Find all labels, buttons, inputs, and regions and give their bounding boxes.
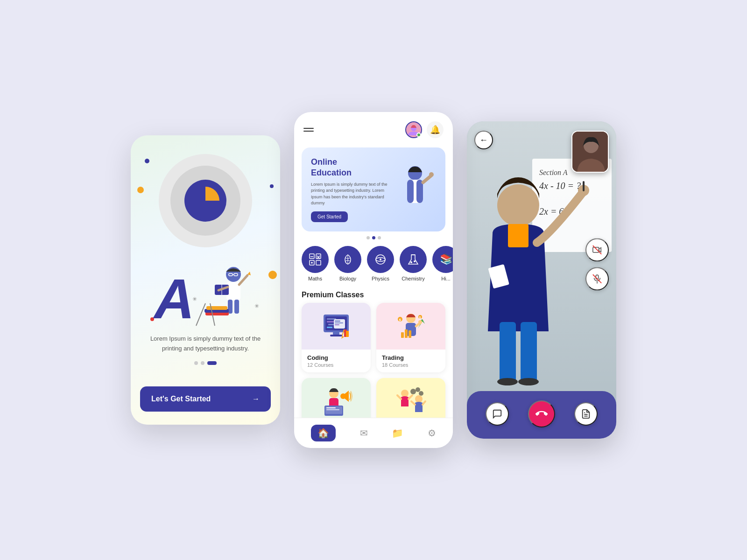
deco-dot [145,159,149,163]
more-label: Hi... [441,276,451,281]
coding-card-image [302,303,371,350]
svg-text:$: $ [419,316,421,320]
svg-rect-53 [333,332,339,335]
svg-rect-67 [401,332,404,338]
svg-rect-30 [316,260,321,265]
trading-subtitle: 18 Courses [382,362,440,368]
outer-circle [159,154,252,247]
mid-circle [170,166,240,236]
svg-rect-74 [326,407,336,408]
svg-rect-23 [407,180,414,203]
app-header: 🔔 [294,112,453,143]
deco-dot [270,184,274,188]
svg-point-81 [410,389,416,394]
chemistry-icon [407,253,420,266]
course-card-trading[interactable]: $ $ [376,303,445,372]
mic-toggle-button[interactable] [585,267,609,290]
online-indicator [416,133,421,137]
cooking-card-image [376,378,445,418]
svg-text:✳: ✳ [254,303,259,309]
trading-title: Trading [382,354,440,361]
svg-line-15 [196,303,205,326]
physics-label: Physics [372,276,389,281]
get-started-button[interactable]: Let's Get Started → [140,386,271,412]
svg-rect-75 [326,409,339,410]
side-controls [585,238,609,290]
svg-rect-56 [346,331,349,337]
marketing-illustration [320,385,352,418]
deco-dot [137,187,144,193]
phone-end-icon [536,408,548,420]
end-call-button[interactable] [528,400,555,427]
nav-settings[interactable]: ⚙ [428,427,436,439]
banner-text-area: OnlineEducation Lorem Ipsum is simply du… [311,157,394,222]
category-biology[interactable]: Biology [334,246,361,281]
screen-video-call: Section A 4x - 10 = ? 2x = 65 [467,121,616,439]
svg-line-86 [423,401,425,405]
svg-text:$: $ [399,318,402,322]
trading-card-image: $ $ [376,303,445,350]
user-avatar[interactable] [405,121,422,138]
pag-dot-1 [194,361,198,365]
camera-toggle-button[interactable] [585,238,609,261]
menu-button[interactable] [303,128,314,132]
category-physics[interactable]: Physics [367,246,394,281]
screens-container: A [131,112,616,448]
svg-text:✳: ✳ [192,296,197,302]
banner-cta-label: Get Started [317,214,341,219]
mic-off-icon [592,273,602,284]
svg-rect-27 [310,254,314,259]
maths-icon [309,253,322,266]
course-card-cooking[interactable]: Cooking 8 Courses [376,378,445,418]
svg-point-26 [429,172,434,177]
back-button[interactable]: ← [474,131,493,149]
marketing-card-image [302,378,371,418]
svg-rect-48 [327,327,332,328]
teacher-svg [394,164,436,220]
screen-education: 🔔 OnlineEducation Lorem Ipsum is simply … [294,112,453,448]
biology-icon-circle [334,246,361,273]
banner-cta-button[interactable]: Get Started [311,211,348,222]
trading-illustration: $ $ [395,310,427,343]
control-buttons-row [476,400,607,427]
svg-line-85 [411,401,415,405]
arrow-icon: → [252,395,260,403]
screen-onboarding: A [131,135,280,425]
svg-point-84 [415,395,423,403]
banner-title: OnlineEducation [311,157,394,179]
svg-line-80 [409,395,412,399]
section-title: Premium Classes [294,286,453,303]
category-chemistry[interactable]: Chemistry [400,246,427,281]
notification-button[interactable]: 🔔 [427,121,444,138]
notes-button[interactable] [574,402,598,426]
svg-point-83 [419,391,423,396]
biology-label: Biology [339,276,356,281]
banner-illustration [394,164,436,215]
svg-rect-28 [316,254,321,259]
video-top-bar: ← [467,121,616,182]
camera-off-icon [592,245,602,255]
banner-dot-3 [378,236,381,239]
svg-point-78 [401,390,409,397]
promo-banner[interactable]: OnlineEducation Lorem Ipsum is simply du… [302,147,445,231]
notes-icon [581,409,591,419]
svg-rect-11 [234,300,239,314]
scroll-area[interactable]: 🔔 OnlineEducation Lorem Ipsum is simply … [294,112,453,418]
pagination-dots [194,361,217,365]
chat-button[interactable] [486,402,509,426]
nav-home[interactable]: 🏠 [311,425,336,441]
svg-point-41 [410,261,412,263]
bell-icon: 🔔 [430,125,440,135]
course-card-coding[interactable]: Coding 12 Courses [302,303,371,372]
nav-messages[interactable]: ✉ [360,427,368,439]
course-card-marketing[interactable]: Marketing 10 Courses [302,378,371,418]
nav-files[interactable]: 📁 [392,427,403,439]
pag-dot-2 [201,361,204,365]
category-more[interactable]: 📚 Hi... [432,246,453,281]
pag-dot-3-active [207,361,217,365]
coding-illustration [320,310,352,343]
category-maths[interactable]: Maths [302,246,329,281]
categories-row[interactable]: Maths Biology [294,241,453,286]
banner-dot-2-active [372,236,375,239]
svg-rect-52 [335,324,339,325]
